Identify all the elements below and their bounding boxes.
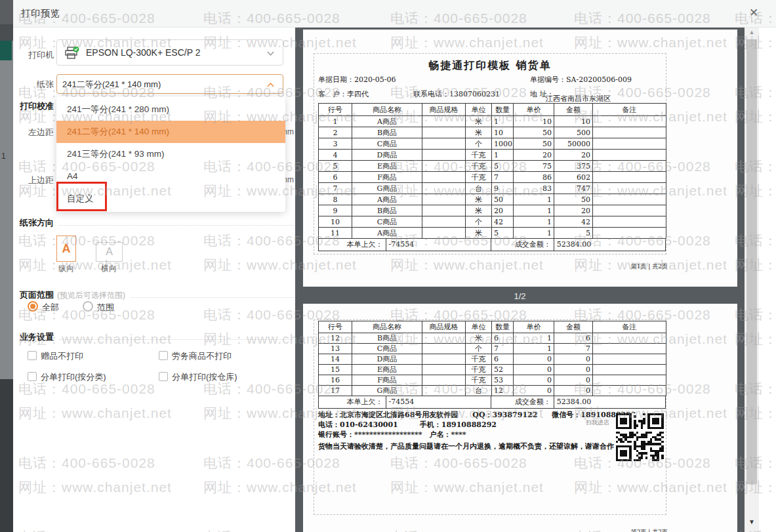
page-range-note: (预览后可选择范围) [57,290,125,301]
business-checkbox[interactable] [28,372,37,381]
printer-select[interactable]: EPSON LQ-300K+ ESC/P 2 [56,39,283,66]
invoice-date-value: 2020-05-06 [354,75,396,84]
business-checkbox[interactable] [159,372,168,381]
invoice-column-header: 单位 [466,104,492,116]
radio-page-range[interactable] [83,301,93,312]
preview-page-1: 畅捷通打印模板 销货单 单据日期：2020-05-06 单据编号：SA-2020… [303,30,737,287]
print-preview-dialog: 打印预览 ✕ 打印机 EPSON LQ-300K+ ESC/P 2 [13,0,776,532]
radio-all-label[interactable]: 全部 [42,302,59,314]
owed-label: 本单上欠： [319,239,386,251]
paper-option[interactable]: 241三等分(241 * 93 mm) [56,143,285,165]
invoice-row: 8A商品米50150 [319,194,666,205]
orientation-section-header: 纸张方向 [20,217,294,229]
qr-code [615,413,664,461]
business-checkbox[interactable] [28,351,37,360]
invoice-phone: 联系电话：13807060231 [413,89,500,99]
printer-value: EPSON LQ-300K+ ESC/P 2 [86,47,200,58]
business-checkbox-label[interactable]: 分单打印(按仓库) [172,371,237,383]
invoice-column-header: 商品名称 [352,321,422,333]
top-margin-label: 上边距 [20,174,54,186]
business-section-header: 业务设置 [20,331,294,343]
invoice-column-header: 备注 [593,321,666,333]
invoice-column-header: 单价 [514,104,554,116]
invoice-customer: 客 户：李四代 [318,89,369,99]
contact-line1: 地址：北京市海淀区北清路68号用友软件园 QQ：393879122 微信号：18… [318,410,600,420]
preview-scrollbar[interactable]: ▲ ▼ [745,28,759,532]
printer-icon [65,47,79,60]
invoice-no-value: SA-20200506-009 [566,75,632,84]
invoice-row: 9B商品米20120 [319,205,666,216]
invoice-column-header: 单价 [514,321,554,333]
invoice-column-header: 数量 [492,104,514,116]
invoice-row: 12B商品米616 [319,333,666,344]
business-checkbox-label[interactable]: 劳务商品不打印 [172,350,232,362]
page1-number: 第1页 | 共2页 [631,262,668,271]
business-checkbox-label[interactable]: 分单打印(按分类) [41,371,106,383]
invoice-row: 7G商品台983747 [319,183,666,194]
background-block [0,60,13,379]
scrollbar-thumb[interactable] [746,39,757,484]
scrollbar-up-arrow-icon[interactable]: ▲ [745,29,759,39]
paper-option[interactable]: 241二等分(241 * 140 mm) [56,121,285,143]
preview-page-2: 行号商品名称商品规格单位数量单价金额备注12B商品米61613C商品个71714… [303,304,737,532]
paper-select[interactable]: 241二等分(241 * 140 mm) [56,74,283,94]
invoice-column-header: 单位 [466,321,492,333]
scrollbar-down-arrow-icon[interactable]: ▼ [745,518,759,529]
seller-contact-block: 地址：北京市海淀区北清路68号用友软件园 QQ：393879122 微信号：18… [318,410,600,440]
business-checkbox-label[interactable]: 赠品不打印 [41,350,83,362]
invoice-row: 11A商品米515 [319,228,666,239]
invoice-phone-label: 联系电话： [413,90,449,98]
invoice-row: 14D商品千克600 [319,354,666,365]
invoice-column-header: 商品规格 [422,104,466,116]
business-header-label: 业务设置 [20,331,54,343]
close-icon[interactable]: ✕ [746,6,761,20]
invoice-row: 3C商品个10005050000 [319,138,666,150]
owed-value: -74554 [386,239,491,251]
invoice-column-header: 数量 [492,321,514,333]
orientation-portrait-tile[interactable]: A [56,235,76,262]
landscape-label: 横向 [92,263,126,274]
annotation-highlight-box [56,182,107,211]
invoice-summary-row: 本单上欠： -74554 成交金额： 52384.00 [318,239,666,251]
dotted-divider [131,292,294,298]
orientation-landscape-tile[interactable]: A [96,242,123,262]
portrait-label: 纵向 [51,263,81,274]
invoice-customer-label: 客 户： [318,90,347,98]
page2-number: 第2页 | 共2页 [631,528,668,532]
business-checkbox[interactable] [159,351,168,360]
dialog-title: 打印预览 [21,8,60,20]
invoice-table-page2: 行号商品名称商品规格单位数量单价金额备注12B商品米61613C商品个71714… [318,321,666,409]
invoice-row: 6F商品千克786602 [319,172,666,183]
total-label: 成交金额： [491,239,554,251]
paper-option[interactable]: 241一等分(241 * 280 mm) [56,98,285,121]
invoice-row: 4D商品千克12020 [319,150,666,161]
background-sidebar-teal-block [0,41,12,60]
invoice-column-header: 商品规格 [422,321,466,333]
landscape-letter: A [106,246,113,258]
invoice-title: 畅捷通打印模板 销货单 [314,59,666,73]
left-margin-label: 左边距 [20,127,54,138]
invoice-row: 5E商品千克575375 [319,161,666,172]
radio-range-label[interactable]: 范围 [97,302,114,314]
invoice-row: 2B商品米1050500 [319,127,666,138]
invoice-column-header: 商品名称 [352,104,422,116]
background-block [0,0,13,24]
dialog-header: 打印预览 ✕ [13,0,776,28]
invoice-table-page1: 行号商品名称商品规格单位数量单价金额备注1A商品米110102B商品米10505… [318,103,666,251]
invoice-column-header: 行号 [319,104,352,116]
page-indicator: 1/2 [295,289,745,304]
background-left-edge: 1 [0,0,13,532]
printer-label: 打印机 [20,49,54,61]
page-range-section-header: 页面范围 (预览后可选择范围) [20,289,294,301]
invoice-column-header: 备注 [593,104,666,116]
invoice-row: 10C商品个42142 [319,216,666,228]
contact-line3: 银行账号：****************** 户名：**** [318,430,600,440]
invoice-summary-row: 本单上欠： -74554 成交金额： 52384.00 [318,396,666,409]
radio-all-pages[interactable] [28,301,38,312]
background-artifact: 1 [1,152,6,161]
invoice-addr-value: 江西省南昌市东湖区 [546,94,611,104]
invoice-column-header: 行号 [319,321,352,333]
chevron-up-icon [266,81,275,89]
paper-value: 241二等分(241 * 140 mm) [62,79,161,91]
invoice-row: 13C商品个717 [319,344,666,354]
